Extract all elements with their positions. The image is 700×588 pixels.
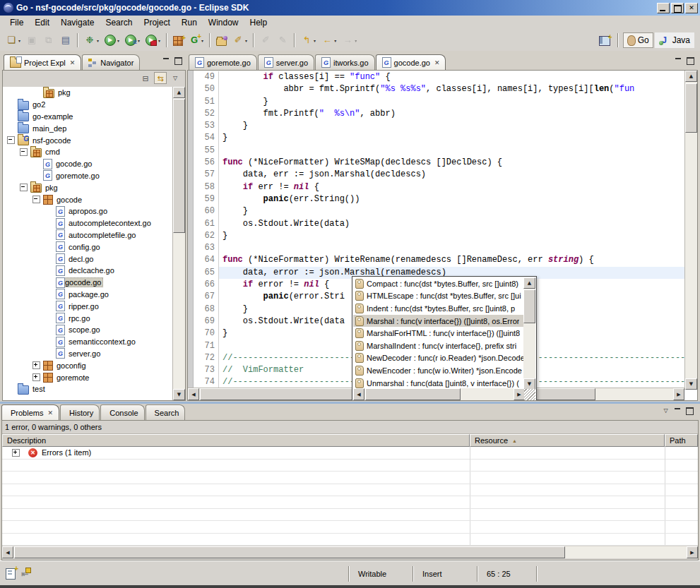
completion-newencoder[interactable]: NewEncoder : func(w io.Writer) *json.Enc…	[353, 364, 523, 377]
code-line-56[interactable]: 56func (*NiceFormatter) WriteSMap(declde…	[194, 157, 685, 169]
perspective-java[interactable]: Java	[655, 32, 694, 48]
last-edit-location-icon[interactable]	[21, 569, 30, 579]
link-with-editor-button[interactable]: ⇆	[154, 72, 167, 84]
new-wizard-button[interactable]: ❏▾	[4, 32, 23, 48]
tab-server-go[interactable]: server.go	[258, 54, 314, 70]
tree-item-main-dep[interactable]: main_dep	[3, 122, 185, 134]
close-tab-icon[interactable]: ✕	[70, 59, 76, 66]
popup-scroll-left-icon[interactable]: ◀	[353, 388, 364, 400]
tree-item-autocompletefile-go[interactable]: autocompletefile.go	[3, 229, 185, 241]
tree-item-ripper-go[interactable]: ripper.go	[3, 300, 185, 312]
tab-history[interactable]: History	[60, 404, 100, 420]
editor-maximize-button[interactable]	[686, 56, 695, 64]
tree-item-config-go[interactable]: config.go	[3, 241, 185, 253]
problems-hscroll-thumb[interactable]	[14, 546, 565, 558]
problems-maximize-button[interactable]	[685, 407, 694, 414]
popup-scroll-down-icon[interactable]: ▼	[523, 378, 535, 390]
menu-window[interactable]: Window	[203, 16, 244, 29]
search-pen-button[interactable]: ✐▾	[230, 32, 249, 48]
tree-item-pkg[interactable]: pkg	[3, 181, 185, 193]
menu-run[interactable]: Run	[176, 16, 203, 29]
tree-item-cmd[interactable]: cmd	[3, 146, 185, 158]
completion-marshalforhtml[interactable]: MarshalForHTML : func(v interface{}) ([]…	[353, 327, 523, 340]
tree-item-gocode[interactable]: gocode	[3, 193, 185, 205]
completion-newdecoder[interactable]: NewDecoder : func(r io.Reader) *json.Dec…	[353, 352, 523, 365]
back-dropdown-icon[interactable]: ▾	[334, 38, 336, 43]
code-line-64[interactable]: 64func (*NiceFormatter) WriteRename(rena…	[194, 254, 685, 266]
run-dropdown-icon[interactable]: ▾	[117, 38, 119, 43]
expand-icon[interactable]	[32, 373, 40, 381]
external-tools-button[interactable]: ▾	[143, 32, 162, 48]
tab-project-expl[interactable]: Project Expl✕	[4, 54, 81, 70]
completion-marshal[interactable]: Marshal : func(v interface{}) ([]uint8, …	[353, 315, 523, 328]
tree-item-nsf-gocode[interactable]: nsf-gocode	[3, 134, 185, 146]
close-tab-icon[interactable]: ✕	[47, 409, 53, 416]
menu-search[interactable]: Search	[100, 16, 138, 29]
tree-item-gocode-go[interactable]: gocode.go	[3, 158, 185, 170]
menu-navigate[interactable]: Navigate	[55, 16, 100, 29]
last-edit-location-dropdown-icon[interactable]: ▾	[314, 38, 316, 43]
completion-compact[interactable]: Compact : func(dst *bytes.Buffer, src []…	[353, 277, 523, 290]
menu-edit[interactable]: Edit	[29, 16, 55, 29]
editor-vscrollbar[interactable]: ▲ ▼	[684, 71, 697, 390]
annotation-ruler[interactable]	[188, 71, 194, 388]
column-resource[interactable]: Resource▲	[470, 434, 665, 447]
code-line-53[interactable]: 53 }	[194, 120, 685, 132]
window-maximize-button[interactable]	[671, 3, 684, 13]
code-line-50[interactable]: 50 abbr = fmt.Sprintf("%s %s%s", classes…	[194, 83, 685, 95]
menu-file[interactable]: File	[4, 16, 29, 29]
tree-item-package-go[interactable]: package.go	[3, 289, 185, 301]
collapse-icon[interactable]	[20, 184, 28, 191]
explorer-minimize-button[interactable]	[162, 56, 171, 64]
popup-vscrollbar[interactable]: ▲ ▼	[523, 277, 535, 390]
menu-help[interactable]: Help	[244, 16, 273, 29]
tree-scroll-up-icon[interactable]: ▲	[173, 87, 185, 98]
popup-resize-grip[interactable]	[524, 389, 535, 400]
run-history-dropdown-icon[interactable]: ▾	[138, 38, 140, 43]
completion-indent[interactable]: Indent : func(dst *bytes.Buffer, src []u…	[353, 302, 523, 315]
tree-item-semanticcontext-go[interactable]: semanticcontext.go	[3, 336, 185, 348]
explorer-maximize-button[interactable]	[174, 56, 183, 64]
tab-console[interactable]: Console	[100, 404, 144, 420]
print-button[interactable]: ▤	[58, 32, 73, 48]
tree-item-test[interactable]: test	[3, 383, 185, 395]
run-history-button[interactable]: ▾	[123, 32, 142, 48]
external-tools-dropdown-icon[interactable]: ▾	[158, 38, 160, 43]
tree-item-pkg[interactable]: pkg	[3, 87, 185, 99]
collapse-icon[interactable]	[32, 196, 40, 203]
tree-item-apropos-go[interactable]: apropos.go	[3, 205, 185, 217]
editor-scroll-left-icon[interactable]: ◀	[188, 388, 199, 400]
code-line-57[interactable]: 57 data, err := json.Marshal(decldescs)	[194, 169, 685, 181]
tree-item-goremote-go[interactable]: goremote.go	[3, 170, 185, 182]
tree-item-scope-go[interactable]: scope.go	[3, 324, 185, 336]
collapse-all-button[interactable]: ⊟	[139, 72, 152, 84]
tree-item-rpc-go[interactable]: rpc.go	[3, 312, 185, 324]
window-minimize-button[interactable]	[657, 3, 670, 13]
editor-minimize-button[interactable]	[674, 56, 683, 64]
fast-view-icon[interactable]	[6, 568, 16, 580]
problems-minimize-button[interactable]	[673, 407, 682, 414]
code-line-49[interactable]: 49 if classes[i] == "func" {	[194, 71, 685, 83]
column-path[interactable]: Path	[665, 434, 698, 447]
tree-item-declcache-go[interactable]: declcache.go	[3, 265, 185, 277]
problems-scroll-right-icon[interactable]: ▶	[687, 546, 698, 558]
problems-view-menu-button[interactable]: ▽	[661, 407, 670, 414]
tab-navigator[interactable]: Navigator	[82, 54, 140, 70]
popup-scroll-right-icon[interactable]: ▶	[514, 388, 525, 400]
completion-marshalindent[interactable]: MarshalIndent : func(v interface{}, pref…	[353, 340, 523, 352]
tab-itworks-go[interactable]: itworks.go	[315, 54, 375, 70]
open-perspective-button[interactable]	[597, 33, 612, 48]
tab-search[interactable]: Search	[146, 404, 186, 420]
code-line-52[interactable]: 52 fmt.Printf(" %s\n", abbr)	[194, 108, 685, 120]
code-line-60[interactable]: 60 }	[194, 205, 685, 217]
collapse-icon[interactable]	[7, 136, 15, 144]
explorer-view-menu-button[interactable]: ▽	[169, 72, 182, 84]
debug-button[interactable]: ❉▾	[82, 32, 101, 48]
tree-item-decl-go[interactable]: decl.go	[3, 253, 185, 265]
popup-vscroll-thumb[interactable]	[523, 289, 535, 323]
expand-icon[interactable]	[12, 449, 20, 457]
new-go-type-dropdown-icon[interactable]: ▾	[201, 38, 203, 43]
code-line-58[interactable]: 58 if err != nil {	[194, 181, 685, 193]
tree-item-go-example[interactable]: go-example	[3, 111, 185, 123]
code-line-61[interactable]: 61 os.Stdout.Write(data)	[194, 218, 685, 230]
